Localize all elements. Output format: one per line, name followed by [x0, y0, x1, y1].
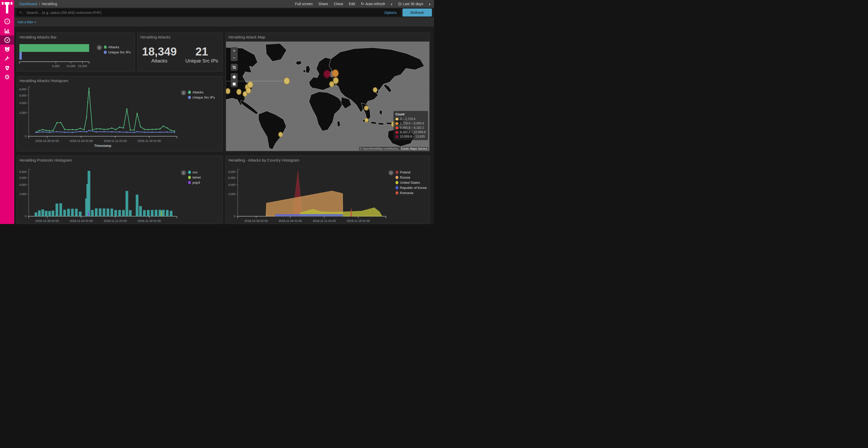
legend-label: United States [400, 181, 420, 184]
legend-item-attacks[interactable]: Attacks [104, 45, 131, 49]
clock-icon [398, 2, 401, 6]
legend-toggle-icon[interactable]: › [181, 90, 186, 95]
legend-color-dot [396, 191, 398, 195]
map-legend-row: 2,729.4 – 5,455.8 [396, 122, 426, 125]
ems-attribution[interactable]: Elastic Maps Service [400, 147, 428, 150]
attack-dot-brazil[interactable] [278, 132, 283, 137]
attack-dot-thailand[interactable] [364, 105, 369, 111]
add-filter-button[interactable]: Add a filter + [17, 20, 36, 24]
attack-dot-western-europe[interactable] [284, 77, 290, 84]
rectangle-icon [232, 82, 236, 86]
metric-value: 18,349 [142, 46, 177, 58]
attack-dot-us-east[interactable] [246, 88, 251, 94]
legend-label: telnet [192, 175, 201, 179]
legend-color-dot [396, 176, 398, 179]
map-legend-label: 2,729.4 – 5,455.8 [400, 122, 424, 125]
console-prompt-icon: >_ [20, 10, 24, 14]
t-mobile-logo[interactable] [2, 2, 12, 14]
edit-button[interactable]: Edit [349, 2, 355, 6]
options-link[interactable]: Options [384, 10, 397, 15]
protocols-histogram-svg: 02,0004,0006,0008,0002018-10-28 02:00201… [17, 156, 222, 224]
legend-toggle-icon[interactable]: › [181, 170, 186, 175]
legend-item-russia[interactable]: Russia [396, 175, 427, 179]
legend-item-attacks[interactable]: Attacks [188, 90, 215, 94]
legend-toggle-icon[interactable]: › [97, 45, 102, 50]
time-prev-button[interactable]: ‹ [391, 2, 393, 6]
heartbeat-icon [4, 65, 10, 71]
sidebar-item-visualize[interactable] [0, 26, 14, 35]
sidebar-item-discover[interactable] [0, 17, 14, 26]
osm-attribution[interactable]: © OpenStreetMap contributors, [359, 147, 400, 150]
panel-attacks-histogram: Heralding Attacks Histogram 02,0004,0006… [17, 76, 223, 151]
clone-button[interactable]: Clone [334, 2, 343, 6]
panel-attacks-bar: Heralding Attacks Bar 5,00010,00015,000 … [17, 33, 135, 72]
legend-item-republic-of-korea[interactable]: Republic of Korea [396, 186, 427, 190]
attack-dot-russia[interactable] [332, 69, 339, 77]
attack-dot-poland[interactable] [323, 70, 331, 78]
sidebar-item-dashboard[interactable] [0, 35, 14, 45]
panel-country-histogram: Heralding - Attacks by Country Histogram… [225, 156, 430, 224]
svg-text:2018-11-11 01:00: 2018-11-11 01:00 [103, 219, 127, 222]
full-screen-button[interactable]: Full screen [295, 2, 313, 6]
time-next-button[interactable]: › [429, 2, 430, 6]
map-controls: + − [231, 47, 238, 87]
legend-color-dot [188, 176, 191, 179]
legend-item-romania[interactable]: Romania [396, 191, 427, 195]
search-box: >_ Options [16, 9, 400, 16]
map-zoom-in-button[interactable]: + [231, 47, 238, 54]
legend-item-unique-src-ips[interactable]: Unique Src IPs [104, 50, 131, 54]
attack-dot-south-korea[interactable] [373, 87, 377, 93]
panel-title: Heralding Attack Map [226, 33, 430, 40]
legend-label: Attacks [192, 90, 204, 94]
svg-text:8,000: 8,000 [228, 170, 235, 173]
auto-refresh-button[interactable]: ↻ Auto-refresh [361, 2, 385, 6]
metric-label: Attacks [142, 58, 177, 64]
legend-color-dot [188, 181, 191, 184]
map-draw-rectangle-button[interactable] [231, 80, 238, 87]
sidebar-item-devtools[interactable] [0, 54, 14, 63]
refresh-button[interactable]: Refresh [402, 8, 432, 16]
sidebar-item-management[interactable]: ⚙ [0, 72, 14, 82]
breadcrumb: Dashboard / Heralding [20, 2, 57, 6]
legend-toggle-icon[interactable]: › [389, 170, 394, 175]
panel-attack-map: Heralding Attack Map [225, 33, 430, 151]
map-legend-label: 8,182.2 – 10,908.6 [400, 130, 426, 134]
time-range-button[interactable]: Last 30 days [398, 2, 423, 6]
sidebar-item-bear[interactable] [0, 45, 14, 54]
legend-color-dot [396, 181, 398, 184]
legend-item-unique-src-ips[interactable]: Unique Src IPs [188, 96, 215, 99]
panel-title: Heralding Attacks Bar [17, 33, 134, 40]
map-legend-row: 3 – 2,729.4 [396, 117, 426, 121]
legend-item-pop3[interactable]: pop3 [188, 181, 201, 184]
svg-text:2018-11-18 01:00: 2018-11-18 01:00 [138, 139, 161, 142]
legend-label: Attacks [108, 45, 119, 49]
svg-text:2,000: 2,000 [228, 193, 235, 196]
attack-dot-romania[interactable] [329, 81, 334, 87]
gear-icon: ⚙ [4, 74, 10, 80]
legend-item-poland[interactable]: Poland [396, 170, 427, 174]
bar-chart-icon [4, 27, 10, 34]
legend-item-united-states[interactable]: United States [396, 181, 427, 184]
attacks-histogram-chart[interactable]: 02,0004,0006,0008,0002018-10-28 02:00201… [17, 76, 222, 151]
share-button[interactable]: Share [318, 2, 328, 6]
attack-dot-us-central[interactable] [237, 89, 242, 95]
legend-label: Unique Src IPs [192, 96, 215, 99]
map-legend-dot [396, 122, 398, 125]
legend-item-telnet[interactable]: telnet [188, 175, 201, 179]
breadcrumb-dashboard-link[interactable]: Dashboard [20, 2, 37, 6]
kibana-sidebar: ⚙ [0, 0, 14, 224]
search-input[interactable] [26, 10, 384, 15]
map-fit-data-button[interactable] [231, 64, 238, 71]
map-zoom-out-button[interactable]: − [231, 54, 238, 61]
svg-text:6,000: 6,000 [19, 176, 26, 179]
svg-text:4,000: 4,000 [228, 183, 235, 186]
tpot-kibana-dashboard: ⚙ Dashboard / Heralding Full screen Shar… [0, 0, 434, 224]
map-legend-label: 5,455.8 – 8,182.2 [400, 126, 424, 130]
legend-item-vnc[interactable]: vnc [188, 170, 201, 174]
world-map[interactable]: + − Count 3 – 2,729.42,729.4 – 5,455.85,… [226, 41, 429, 151]
bear-icon [4, 46, 10, 53]
protocols-histogram-chart[interactable]: 02,0004,0006,0008,0002018-10-28 02:00201… [17, 156, 222, 224]
sidebar-item-monitoring[interactable] [0, 63, 14, 72]
chart-legend: › AttacksUnique Src IPs [97, 45, 131, 54]
map-draw-polygon-button[interactable] [231, 73, 238, 80]
